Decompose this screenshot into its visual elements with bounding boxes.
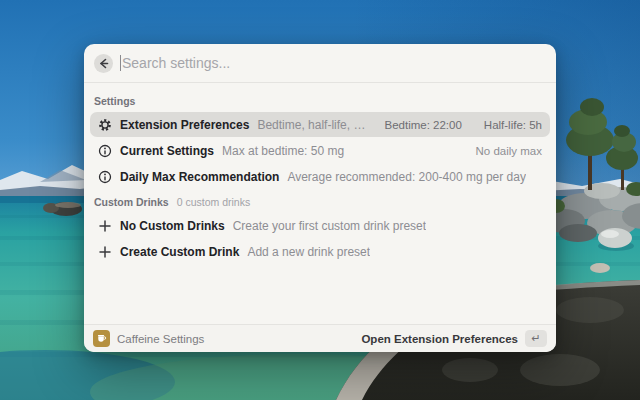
info-icon: [98, 144, 112, 158]
open-extension-preferences-action[interactable]: Open Extension Preferences: [361, 333, 518, 345]
item-accessory-bedtime: Bedtime: 22:00: [384, 119, 461, 131]
item-title: Create Custom Drink: [120, 245, 239, 259]
item-subtitle: Bedtime, half-life, thresholds: [257, 118, 368, 132]
list-item-no-custom-drinks[interactable]: No Custom Drinks Create your first custo…: [90, 213, 550, 238]
back-arrow-icon: [98, 58, 109, 69]
item-title: Daily Max Recommendation: [120, 170, 279, 184]
list-item-extension-preferences[interactable]: Extension Preferences Bedtime, half-life…: [90, 112, 550, 137]
item-title: Current Settings: [120, 144, 214, 158]
list-item-current-settings[interactable]: Current Settings Max at bedtime: 50 mg N…: [90, 138, 550, 163]
item-title: Extension Preferences: [120, 118, 249, 132]
item-subtitle: Average recommended: 200-400 mg per day: [287, 170, 526, 184]
section-title-label: Settings: [94, 95, 135, 107]
results-list: Settings Extension Preferences Bedtime, …: [84, 83, 556, 324]
info-icon: [98, 170, 112, 184]
command-palette-window: Settings Extension Preferences Bedtime, …: [84, 44, 556, 352]
list-item-create-custom-drink[interactable]: Create Custom Drink Add a new drink pres…: [90, 239, 550, 264]
action-bar: Caffeine Settings Open Extension Prefere…: [84, 325, 556, 352]
plus-icon: [98, 245, 112, 259]
footer-app-name: Caffeine Settings: [117, 333, 204, 345]
search-input[interactable]: [122, 55, 546, 71]
section-title-label: Custom Drinks: [94, 196, 169, 208]
search-bar: [84, 44, 556, 82]
item-subtitle: Add a new drink preset: [247, 245, 370, 259]
item-title: No Custom Drinks: [120, 219, 225, 233]
coffee-icon: [93, 330, 110, 347]
plus-icon: [98, 219, 112, 233]
list-item-daily-max-recommendation[interactable]: Daily Max Recommendation Average recomme…: [90, 164, 550, 189]
text-cursor: [120, 55, 121, 71]
return-key-icon: ↵: [525, 330, 547, 347]
item-subtitle: Max at bedtime: 50 mg: [222, 144, 344, 158]
section-header-custom-drinks: Custom Drinks 0 custom drinks: [90, 190, 550, 213]
section-header-settings: Settings: [90, 89, 550, 112]
item-subtitle: Create your first custom drink preset: [233, 219, 426, 233]
item-accessory-daily-max: No daily max: [476, 145, 542, 157]
item-accessory-halflife: Half-life: 5h: [484, 119, 542, 131]
gear-icon: [98, 118, 112, 132]
section-count-label: 0 custom drinks: [177, 196, 251, 208]
back-button[interactable]: [94, 54, 113, 73]
